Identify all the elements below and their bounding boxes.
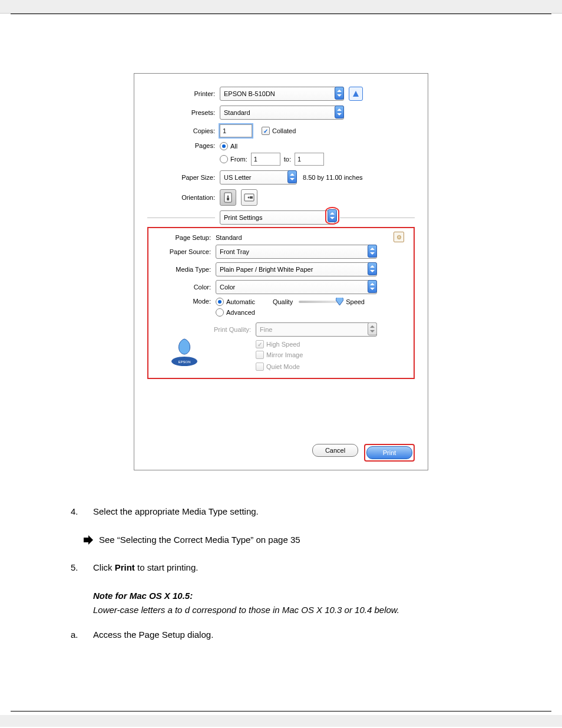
print-quality-value: Fine <box>260 326 272 333</box>
checkbox-icon <box>256 363 264 371</box>
print-button-label: Print <box>383 449 396 456</box>
quality-speed-slider[interactable]: Quality Speed <box>273 298 365 305</box>
slider-thumb-icon <box>336 298 343 305</box>
mirror-image-checkbox: Mirror Image <box>256 351 303 359</box>
radio-icon <box>220 142 228 150</box>
media-type-select[interactable]: Plain Paper / Bright White Paper <box>216 262 377 276</box>
epson-ink-icon: EPSON <box>170 338 199 367</box>
svg-text:EPSON: EPSON <box>178 360 190 364</box>
slider-quality-label: Quality <box>273 298 293 305</box>
footer-rule <box>11 711 551 711</box>
presets-select-value: Standard <box>224 109 250 116</box>
pages-to-label: to: <box>284 156 291 163</box>
print-quality-label: Print Quality: <box>157 326 256 333</box>
printer-select[interactable]: EPSON B-510DN <box>220 87 344 101</box>
note-body: Lower-case letters a to d correspond to … <box>93 604 527 616</box>
checkbox-icon <box>256 351 264 359</box>
pages-to-input[interactable] <box>295 153 324 166</box>
paper-source-value: Front Tray <box>220 248 249 255</box>
arrow-right-icon <box>84 535 93 545</box>
svg-rect-5 <box>250 196 253 199</box>
paper-size-select[interactable]: US Letter <box>220 170 297 185</box>
high-speed-checkbox: High Speed <box>256 340 300 348</box>
advanced-settings-icon[interactable]: ⚙ <box>394 232 404 242</box>
printer-status-button[interactable] <box>349 87 363 101</box>
callout-frame: Print <box>364 444 415 462</box>
cancel-button[interactable]: Cancel <box>312 444 358 457</box>
color-select[interactable]: Color <box>216 280 377 294</box>
quiet-mode-checkbox: Quiet Mode <box>256 363 300 371</box>
select-arrows-icon <box>368 322 377 335</box>
select-arrows-icon <box>328 209 337 222</box>
collated-checkbox[interactable]: Collated <box>262 127 296 135</box>
checkbox-icon <box>256 340 264 348</box>
copies-label: Copies: <box>147 127 220 134</box>
pages-all-label: All <box>230 143 237 150</box>
panel-select[interactable]: Print Settings <box>220 210 335 225</box>
pages-from-input[interactable] <box>251 153 280 166</box>
orientation-landscape-icon <box>244 193 254 202</box>
callout-circle <box>325 207 339 225</box>
paper-source-label: Paper Source: <box>157 248 216 255</box>
select-arrows-icon <box>335 106 344 118</box>
paper-size-value: US Letter <box>224 174 251 181</box>
orientation-label: Orientation: <box>147 194 220 201</box>
select-arrows-icon <box>335 87 344 100</box>
mode-automatic-label: Automatic <box>226 298 255 305</box>
page-footer-band <box>0 715 562 727</box>
high-speed-label: High Speed <box>266 341 300 348</box>
cancel-button-label: Cancel <box>325 447 345 454</box>
paper-source-select[interactable]: Front Tray <box>216 245 377 259</box>
select-arrows-icon <box>368 245 377 258</box>
print-dialog: Printer: EPSON B-510DN Presets: Standard <box>134 73 428 470</box>
checkbox-icon <box>262 127 270 135</box>
page-setup-value: Standard <box>216 234 242 241</box>
svg-point-4 <box>248 197 250 199</box>
printer-select-value: EPSON B-510DN <box>224 90 275 97</box>
print-button[interactable]: Print <box>366 446 412 459</box>
pages-from-label: From: <box>230 156 247 163</box>
mode-advanced-label: Advanced <box>226 309 255 316</box>
pages-all-radio[interactable]: All <box>220 142 237 150</box>
presets-select[interactable]: Standard <box>220 106 344 120</box>
page-setup-label: Page Setup: <box>157 234 216 241</box>
step-text: Click Print to start printing. <box>93 562 198 572</box>
mirror-image-label: Mirror Image <box>266 351 303 358</box>
select-arrows-icon <box>368 280 377 293</box>
step-number: a. <box>71 629 84 641</box>
color-label: Color: <box>157 284 216 291</box>
mode-advanced-radio[interactable]: Advanced <box>216 308 255 317</box>
step-number: 5. <box>71 562 84 574</box>
print-settings-panel: ⚙ Page Setup: Standard Paper Source: Fro… <box>147 227 415 379</box>
collated-label: Collated <box>272 127 296 134</box>
pages-from-radio[interactable]: From: <box>220 155 247 163</box>
print-quality-select: Fine <box>256 322 377 337</box>
select-arrows-icon <box>287 170 297 183</box>
paper-size-dimensions: 8.50 by 11.00 inches <box>303 174 363 181</box>
mode-automatic-radio[interactable]: Automatic <box>216 298 255 306</box>
slider-speed-label: Speed <box>346 298 365 305</box>
separator-line <box>147 218 215 218</box>
document-body: 4. Select the appropriate Media Type set… <box>0 488 562 664</box>
note-title: Note for Mac OS X 10.5: <box>93 590 527 602</box>
paper-size-label: Paper Size: <box>147 174 220 181</box>
orientation-portrait-icon <box>224 192 232 203</box>
orientation-landscape-button[interactable] <box>241 189 257 206</box>
radio-icon <box>216 298 224 306</box>
color-value: Color <box>220 284 235 291</box>
separator-line <box>340 218 415 218</box>
radio-icon <box>216 308 224 317</box>
panel-select-value: Print Settings <box>224 214 262 221</box>
see-media-type-link[interactable]: See “Selecting the Correct Media Type” o… <box>99 534 300 546</box>
radio-icon <box>220 155 228 163</box>
presets-label: Presets: <box>147 109 220 116</box>
pages-label: Pages: <box>147 142 220 149</box>
mode-label: Mode: <box>157 298 216 305</box>
orientation-portrait-button[interactable] <box>220 189 236 206</box>
select-arrows-icon <box>368 262 377 275</box>
page-header-band <box>0 0 562 14</box>
copies-input[interactable] <box>220 124 252 137</box>
header-rule <box>11 14 551 14</box>
quiet-mode-label: Quiet Mode <box>266 363 300 370</box>
svg-rect-2 <box>227 197 229 200</box>
